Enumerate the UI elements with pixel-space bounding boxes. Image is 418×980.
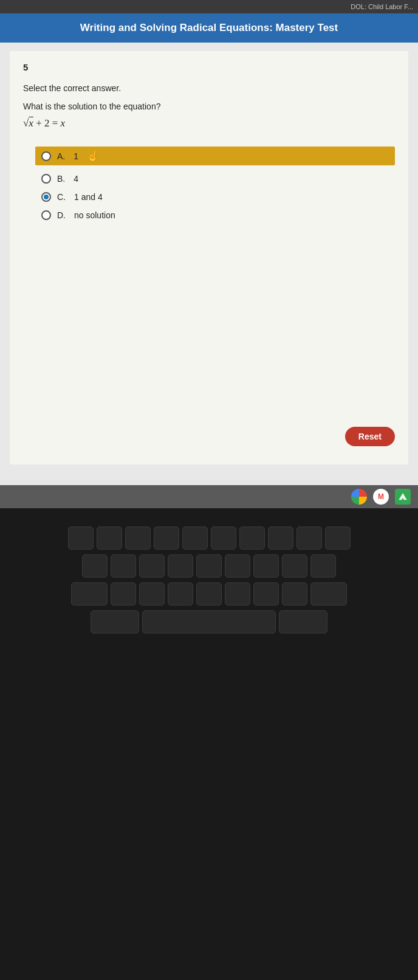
key-t[interactable] (182, 526, 208, 550)
answer-row-a[interactable]: A. 1 ☝ (35, 147, 395, 165)
key-backspace[interactable] (310, 582, 347, 606)
screen-area: Writing and Solving Radical Equations: M… (0, 13, 418, 512)
key-u[interactable] (239, 526, 265, 550)
key-i[interactable] (268, 526, 293, 550)
radio-d[interactable] (41, 210, 51, 220)
answer-row-d[interactable]: D. no solution (41, 210, 395, 220)
answer-value-d: no solution (74, 210, 115, 220)
gmail-icon[interactable]: M (373, 489, 389, 505)
key-w[interactable] (97, 526, 122, 550)
answer-label-b: B. (57, 174, 65, 184)
key-y[interactable] (211, 526, 236, 550)
content-area: 5 Select the correct answer. What is the… (10, 51, 408, 464)
page-title: Writing and Solving Radical Equations: M… (80, 22, 338, 34)
cursor-icon: ☝ (87, 150, 99, 162)
key-space[interactable] (142, 610, 276, 633)
chrome-icon[interactable] (351, 489, 367, 505)
answer-row-b[interactable]: B. 4 (41, 174, 395, 184)
answer-value-a: 1 (74, 151, 78, 161)
key-s[interactable] (111, 554, 136, 578)
key-j[interactable] (253, 554, 279, 578)
drive-icon[interactable] (395, 489, 411, 505)
key-r[interactable] (154, 526, 179, 550)
browser-bar: DOL: Child Labor F... (0, 0, 418, 13)
key-d[interactable] (139, 554, 165, 578)
keyboard-row-3 (71, 582, 347, 606)
key-p[interactable] (325, 526, 351, 550)
key-a[interactable] (82, 554, 108, 578)
keyboard-row-4 (91, 610, 327, 633)
key-b[interactable] (225, 582, 250, 606)
key-e[interactable] (125, 526, 151, 550)
taskbar: M (0, 485, 418, 508)
answer-label-a: A. (57, 151, 65, 161)
browser-tab-text: DOL: Child Labor F... (351, 3, 413, 10)
key-z[interactable] (111, 582, 136, 606)
key-q[interactable] (68, 526, 94, 550)
keyboard-row-2 (82, 554, 336, 578)
answer-row-c[interactable]: C. 1 and 4 (41, 192, 395, 202)
key-ctrl[interactable] (91, 610, 139, 633)
key-v[interactable] (196, 582, 222, 606)
reset-button[interactable]: Reset (345, 427, 395, 446)
key-o[interactable] (296, 526, 322, 550)
question-text: What is the solution to the equation? (23, 102, 395, 111)
answer-value-c: 1 and 4 (74, 192, 103, 202)
radio-c-fill (44, 195, 49, 199)
radio-b[interactable] (41, 174, 51, 184)
keyboard-row-1 (68, 526, 351, 550)
key-enter[interactable] (279, 610, 327, 633)
answer-label-c: C. (57, 192, 66, 202)
radio-a[interactable] (41, 151, 51, 161)
equation-text: √x + 2 = x (23, 117, 65, 129)
key-f[interactable] (168, 554, 193, 578)
key-h[interactable] (225, 554, 250, 578)
header-bar: Writing and Solving Radical Equations: M… (0, 13, 418, 43)
answer-label-d: D. (57, 210, 66, 220)
answer-choices: A. 1 ☝ B. 4 C. 1 and 4 (41, 147, 395, 220)
key-m[interactable] (282, 582, 307, 606)
key-shift[interactable] (71, 582, 108, 606)
key-x[interactable] (139, 582, 165, 606)
key-n[interactable] (253, 582, 279, 606)
instruction-text: Select the correct answer. (23, 83, 395, 93)
key-c[interactable] (168, 582, 193, 606)
key-g[interactable] (196, 554, 222, 578)
key-k[interactable] (282, 554, 307, 578)
question-number: 5 (23, 62, 395, 72)
equation-display: √x + 2 = x (23, 117, 395, 129)
answer-value-b: 4 (74, 174, 78, 184)
radio-c[interactable] (41, 192, 51, 202)
keyboard-area (0, 508, 418, 980)
key-l[interactable] (310, 554, 336, 578)
